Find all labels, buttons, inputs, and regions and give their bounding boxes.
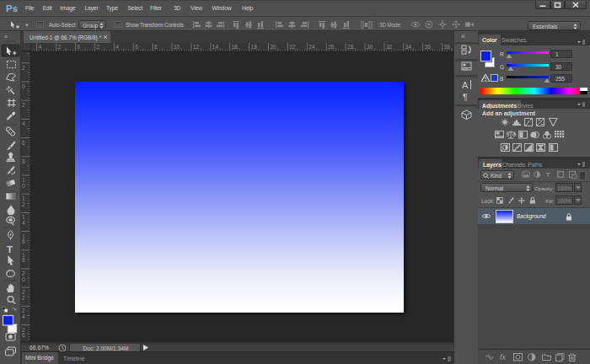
svg-text:«: « (461, 32, 465, 40)
svg-text:16: 16 (232, 44, 239, 50)
svg-text:30: 30 (367, 44, 373, 50)
svg-text:»: » (4, 34, 8, 40)
svg-text:6: 6 (22, 332, 25, 338)
svg-text:2: 2 (96, 44, 99, 50)
svg-text:0: 0 (22, 183, 25, 189)
svg-text:8: 8 (154, 44, 158, 50)
svg-text:10: 10 (174, 44, 180, 50)
svg-text:2: 2 (22, 65, 25, 71)
svg-text:6: 6 (22, 140, 25, 146)
svg-text:2: 2 (22, 295, 25, 301)
svg-text:6: 6 (135, 44, 138, 50)
svg-text:8: 8 (22, 257, 25, 263)
svg-text:fx: fx (500, 353, 507, 361)
svg-text:4: 4 (39, 44, 42, 50)
svg-text:26: 26 (328, 44, 335, 50)
svg-text:0: 0 (22, 83, 25, 89)
svg-text:4: 4 (115, 44, 119, 50)
svg-text:36: 36 (425, 44, 432, 50)
svg-text:2: 2 (22, 102, 25, 108)
svg-text:0: 0 (22, 276, 25, 282)
svg-text:32: 32 (386, 44, 393, 50)
svg-text:2: 2 (58, 44, 62, 50)
svg-text:4: 4 (22, 220, 25, 226)
svg-text:4: 4 (22, 313, 25, 319)
svg-text:14: 14 (212, 44, 219, 50)
svg-text:34: 34 (405, 44, 412, 50)
svg-text:12: 12 (193, 44, 200, 50)
svg-text:A: A (462, 80, 469, 90)
svg-text:22: 22 (289, 44, 296, 50)
svg-text:0: 0 (78, 44, 81, 50)
svg-text:28: 28 (347, 44, 354, 50)
svg-text:6: 6 (22, 238, 25, 244)
svg-text:T: T (7, 244, 13, 254)
svg-text:8: 8 (22, 158, 25, 164)
svg-text:38: 38 (444, 44, 451, 50)
svg-text:4: 4 (22, 120, 25, 126)
svg-text:2: 2 (22, 201, 25, 207)
svg-text:24: 24 (308, 44, 315, 50)
svg-text:18: 18 (251, 44, 258, 50)
svg-text:¶: ¶ (463, 92, 468, 102)
svg-text:T: T (546, 171, 550, 179)
svg-text:20: 20 (271, 44, 277, 50)
